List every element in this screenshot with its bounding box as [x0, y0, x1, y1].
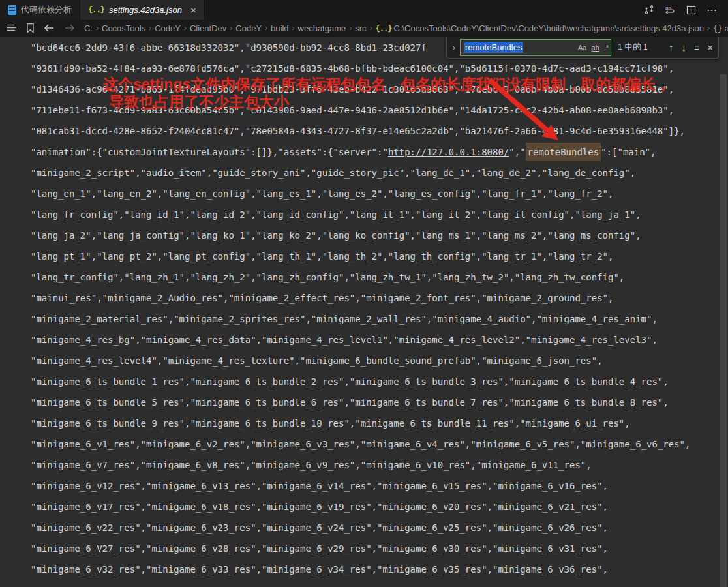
- object-symbol-icon: {}: [713, 24, 722, 33]
- code-row[interactable]: "minigame_6_v12_res","minigame_6_v13_res…: [31, 475, 728, 496]
- code-row[interactable]: "minigame_6_v7_res","minigame_6_v8_res",…: [31, 455, 728, 475]
- previous-match-icon[interactable]: ↑: [669, 42, 674, 52]
- code-row[interactable]: "minigame_6_ts_bundle_9_res","minigame_6…: [31, 413, 728, 434]
- back-arrow-icon[interactable]: [44, 23, 55, 33]
- find-input[interactable]: remoteBundles Aa ab .*: [460, 39, 611, 56]
- breadcrumb-separator: ›: [264, 23, 268, 33]
- find-widget: › remoteBundles Aa ab .* 1 中的 1 ↑ ↓ ≡ ×: [446, 37, 719, 59]
- code-row[interactable]: "minigame_6_v32_res","minigame_6_v33_res…: [31, 559, 728, 580]
- breadcrumb-separator: ›: [369, 23, 373, 33]
- breadcrumb: C:›CocosTools›CodeY›ClientDev›CodeY›buil…: [83, 23, 728, 33]
- breadcrumb-actions: [0, 23, 83, 33]
- find-results-count: 1 中的 1: [618, 42, 648, 53]
- editor-group-actions: ab ⋯: [642, 0, 728, 20]
- editor[interactable]: "bcd64cc6-2dd9-43f6-abbe-66318d332032","…: [0, 37, 728, 587]
- code-row[interactable]: "d1346436-ac96-4271-b863-1f4fdead95b0","…: [31, 79, 728, 100]
- tab-label: 代码依赖分析: [21, 4, 72, 16]
- code-row[interactable]: "minigame_4_res_bg","minigame_4_res_data…: [31, 329, 728, 350]
- breadcrumb-separator: ›: [292, 23, 296, 33]
- code-row[interactable]: "minigame_2_script","audio_item","guide_…: [31, 162, 728, 183]
- blue-file-icon: [8, 5, 16, 15]
- breadcrumb-separator: ›: [348, 23, 352, 33]
- code-row[interactable]: "711ebe11-f673-4cd9-9a83-63c60ba54c5b","…: [31, 100, 728, 121]
- tab-label: settings.42d3a.json: [109, 5, 182, 15]
- code-row[interactable]: "minigame_2_material_res","minigame_2_sp…: [31, 309, 728, 329]
- breadcrumb-item[interactable]: ClientDev: [189, 23, 228, 33]
- outline-list-icon[interactable]: [7, 23, 17, 33]
- vscode-window: 代码依赖分析 {..} settings.42d3a.json × ab: [0, 0, 728, 587]
- regex-icon[interactable]: .*: [604, 44, 609, 52]
- code-row[interactable]: "lang_pt_1","lang_pt_2","lang_pt_config"…: [31, 246, 728, 267]
- code-row[interactable]: "lang_fr_config","lang_id_1","lang_id_2"…: [31, 204, 728, 225]
- tab-bar: 代码依赖分析 {..} settings.42d3a.json × ab: [0, 0, 728, 20]
- code-row[interactable]: "9361fd90-ba52-4f84-aa93-6e878fd576ca","…: [31, 58, 728, 79]
- forward-arrow-icon[interactable]: [64, 23, 75, 33]
- code-row[interactable]: "minigame_6_v22_res","minigame_6_v23_res…: [31, 517, 728, 538]
- detected-link: http://127.0.0.1:8080/: [388, 147, 509, 157]
- word-wrap-icon[interactable]: ab: [663, 3, 677, 17]
- code-row[interactable]: "minigame_6_v17_res","minigame_6_v18_res…: [31, 496, 728, 517]
- breadcrumb-item[interactable]: build: [269, 23, 290, 33]
- breadcrumb-separator: ›: [148, 23, 152, 33]
- find-in-selection-icon[interactable]: ≡: [694, 43, 699, 52]
- breadcrumb-item[interactable]: CodeY: [234, 23, 263, 33]
- json-braces-icon: {..}: [376, 24, 392, 33]
- breadcrumb-item[interactable]: wechatgame: [297, 23, 348, 33]
- svg-text:ab: ab: [665, 5, 671, 11]
- code-row[interactable]: "minigame_6_v1_res","minigame_6_v2_res",…: [31, 434, 728, 455]
- code-row[interactable]: "lang_tr_config","lang_zh_1","lang_zh_2"…: [31, 267, 728, 288]
- vertical-scrollbar[interactable]: [719, 73, 728, 587]
- scrollbar-slider[interactable]: [720, 74, 727, 587]
- close-tab-icon[interactable]: ×: [190, 5, 196, 15]
- code-row[interactable]: "lang_ja_2","lang_ja_config","lang_ko_1"…: [31, 225, 728, 246]
- json-braces-icon: {..}: [88, 5, 104, 14]
- next-match-icon[interactable]: ↓: [682, 42, 687, 52]
- tab-settings-json[interactable]: {..} settings.42d3a.json ×: [80, 0, 205, 20]
- breadcrumb-separator: ›: [183, 23, 187, 33]
- breadcrumb-item[interactable]: C:: [83, 23, 94, 33]
- breadcrumb-separator: ›: [229, 23, 233, 33]
- breadcrumb-item[interactable]: CocosTools: [100, 23, 147, 33]
- code-row[interactable]: "mainui_res","minigame_2_Audio_res","min…: [31, 288, 728, 309]
- breadcrumb-item[interactable]: src: [354, 23, 367, 33]
- breadcrumb-item[interactable]: CodeY: [153, 23, 182, 33]
- code-row[interactable]: "animation":{"customJointTextureLayouts"…: [31, 142, 728, 162]
- code-row[interactable]: "081cab31-dccd-428e-8652-f2404cc81c47","…: [31, 121, 728, 142]
- bookmark-icon[interactable]: [26, 23, 35, 33]
- tab-code-dependency-analysis[interactable]: 代码依赖分析: [0, 0, 80, 20]
- find-match-highlight: remoteBundles: [526, 143, 601, 161]
- code-area[interactable]: "bcd64cc6-2dd9-43f6-abbe-66318d332032","…: [0, 37, 728, 580]
- compare-changes-icon[interactable]: [642, 3, 656, 17]
- breadcrumb-separator: ›: [95, 23, 99, 33]
- breadcrumb-bar: C:›CocosTools›CodeY›ClientDev›CodeY›buil…: [0, 20, 728, 37]
- breadcrumb-separator: ›: [706, 23, 710, 33]
- code-row[interactable]: "lang_en_1","lang_en_2","lang_en_config"…: [31, 183, 728, 204]
- find-query-text: remoteBundles: [464, 42, 523, 53]
- whole-word-icon[interactable]: ab: [591, 44, 599, 52]
- close-find-widget-icon[interactable]: ×: [707, 42, 713, 52]
- split-editor-icon[interactable]: [684, 3, 698, 17]
- code-row[interactable]: "minigame_4_res_level4","minigame_4_res_…: [31, 350, 728, 371]
- code-row[interactable]: "minigame_6_V27_res","minigame_6_v28_res…: [31, 538, 728, 559]
- match-case-icon[interactable]: Aa: [578, 44, 586, 52]
- code-row[interactable]: "minigame_6_ts_bundle_1_res","minigame_6…: [31, 371, 728, 392]
- code-row[interactable]: "minigame_6_ts_bundle_5_res","minigame_6…: [31, 392, 728, 413]
- toggle-replace-chevron-icon[interactable]: ›: [449, 42, 459, 52]
- more-actions-icon[interactable]: ⋯: [705, 3, 719, 17]
- breadcrumb-symbol-item[interactable]: {}as: [712, 23, 728, 33]
- breadcrumb-file-item[interactable]: {..}C:\CocosTools\CodeY\ClientDev\CodeY\…: [374, 23, 705, 33]
